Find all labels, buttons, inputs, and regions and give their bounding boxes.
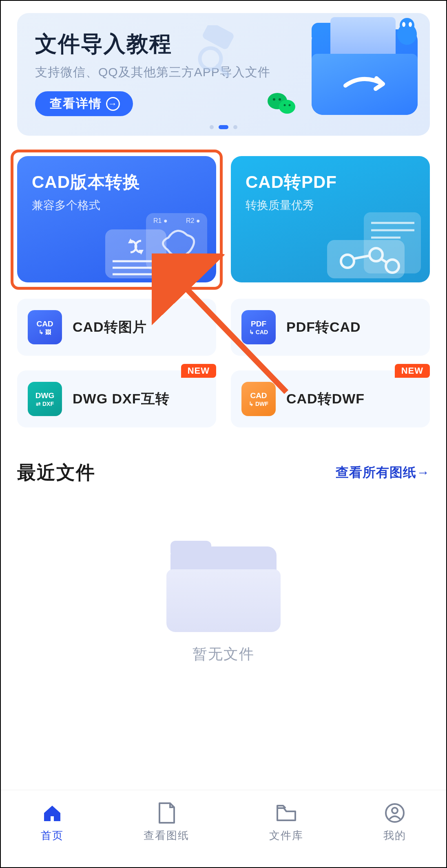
svg-text:R1 ●: R1 ●	[153, 217, 168, 224]
pager-dot[interactable]	[233, 125, 237, 129]
svg-point-12	[289, 104, 291, 106]
tile-label: CAD转图片	[73, 318, 147, 337]
cad-version-convert-card[interactable]: CAD版本转换 兼容多个格式 R1 ● R2 ● ● R4	[17, 156, 216, 282]
empty-folder-icon	[166, 546, 281, 632]
svg-point-8	[279, 100, 295, 114]
recent-files-title: 最近文件	[17, 460, 95, 485]
empty-state: 暂无文件	[17, 546, 430, 664]
svg-point-6	[409, 22, 412, 27]
pager-dots[interactable]	[210, 125, 237, 129]
pdf-to-cad-tile[interactable]: PDF ↳ CAD PDF转CAD	[231, 299, 430, 356]
empty-text: 暂无文件	[193, 644, 254, 664]
view-details-button[interactable]: 查看详情 →	[35, 91, 133, 116]
view-all-drawings-link[interactable]: 查看所有图纸→	[336, 464, 430, 482]
bottom-nav: 首页 查看图纸 文件库 我的	[1, 790, 446, 867]
new-badge: NEW	[395, 364, 430, 378]
pager-dot[interactable]	[210, 125, 214, 129]
view-details-label: 查看详情	[50, 95, 102, 112]
folder-illustration	[312, 29, 418, 115]
feature-title: CAD转PDF	[246, 171, 415, 194]
person-icon	[383, 802, 406, 824]
folder-icon	[275, 802, 298, 824]
new-badge: NEW	[181, 364, 216, 378]
svg-point-11	[284, 104, 286, 106]
nav-home[interactable]: 首页	[41, 802, 64, 843]
dwg-dxf-icon: DWG ⇄ DXF	[28, 382, 62, 416]
svg-point-10	[279, 98, 281, 101]
home-icon	[41, 802, 64, 824]
feature-title: CAD版本转换	[32, 171, 201, 194]
nav-me[interactable]: 我的	[383, 802, 406, 843]
svg-point-9	[273, 98, 275, 101]
cad-to-dwf-tile[interactable]: CAD ↳ DWF CAD转DWF NEW	[231, 370, 430, 427]
svg-text:R2 ●: R2 ●	[186, 217, 200, 224]
pdf-cad-icon: PDF ↳ CAD	[241, 310, 276, 344]
qq-icon	[395, 17, 419, 46]
decorative-search-icon	[193, 25, 241, 78]
nav-label: 文件库	[269, 828, 303, 843]
svg-line-2	[218, 66, 228, 75]
document-icon	[155, 802, 178, 824]
svg-rect-17	[105, 229, 166, 278]
tile-label: CAD转DWF	[286, 390, 365, 408]
tile-label: PDF转CAD	[286, 318, 361, 337]
cad-dwf-icon: CAD ↳ DWF	[241, 382, 276, 416]
svg-point-5	[402, 22, 405, 27]
svg-rect-0	[201, 25, 235, 51]
svg-point-4	[400, 18, 414, 33]
dwg-dxf-convert-tile[interactable]: DWG ⇄ DXF DWG DXF互转 NEW	[17, 370, 216, 427]
arrow-right-icon: →	[106, 97, 120, 111]
import-tutorial-banner[interactable]: 文件导入教程 支持微信、QQ及其他第三方APP导入文件 查看详情 →	[17, 13, 430, 136]
cad-image-icon: CAD ↳ 🖼	[28, 310, 62, 344]
nav-label: 我的	[383, 828, 406, 843]
nav-file-library[interactable]: 文件库	[269, 802, 303, 843]
nav-label: 查看图纸	[144, 828, 189, 843]
svg-point-36	[392, 808, 398, 813]
nav-view-drawings[interactable]: 查看图纸	[144, 802, 189, 843]
decorative-pdf-icon	[311, 209, 425, 282]
tile-label: DWG DXF互转	[73, 390, 170, 408]
nav-label: 首页	[41, 828, 64, 843]
wechat-icon	[267, 91, 297, 117]
svg-text:● R4: ● R4	[174, 264, 188, 271]
cad-to-image-tile[interactable]: CAD ↳ 🖼 CAD转图片	[17, 299, 216, 356]
cad-to-pdf-card[interactable]: CAD转PDF 转换质量优秀	[231, 156, 430, 282]
pager-dot-active[interactable]	[219, 125, 228, 129]
decorative-cad-icon: R1 ● R2 ● ● R4	[97, 209, 211, 282]
